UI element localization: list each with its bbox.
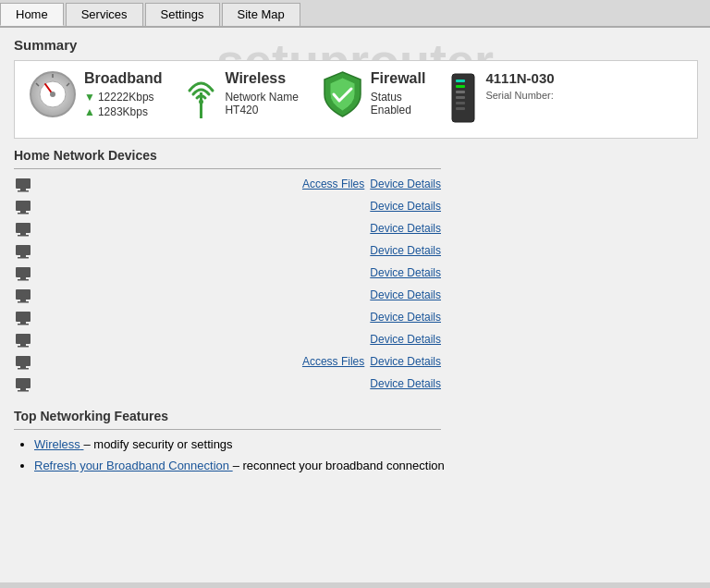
firewall-panel: Firewall Status Enabled <box>322 70 426 121</box>
broadband-info: Broadband ▼ 12222Kbps ▲ 1283Kbps <box>84 70 162 118</box>
tab-settings[interactable]: Settings <box>145 3 220 26</box>
device-pc-icon <box>14 308 32 326</box>
device-details-link-0[interactable]: Device Details <box>370 178 441 190</box>
svg-rect-40 <box>16 378 31 388</box>
wireless-info: Wireless Network Name HT420 <box>225 70 298 116</box>
access-files-link-8[interactable]: Access Files <box>302 355 364 368</box>
top-features-title: Top Networking Features <box>14 409 696 423</box>
svg-rect-13 <box>16 178 31 189</box>
firewall-status-label: Status <box>371 91 426 104</box>
router-panel: 4111N-030 Serial Number: <box>448 70 554 129</box>
svg-rect-24 <box>18 257 29 259</box>
svg-rect-38 <box>20 366 26 368</box>
upload-arrow-icon: ▲ <box>84 105 95 118</box>
svg-rect-31 <box>16 312 31 322</box>
svg-rect-41 <box>20 388 26 390</box>
device-details-link-2[interactable]: Device Details <box>370 222 441 235</box>
svg-rect-7 <box>456 80 465 82</box>
network-name-label: Network Name <box>225 91 298 104</box>
device-row: Device Details <box>14 262 441 284</box>
shield-icon <box>322 70 363 121</box>
device-pc-icon <box>14 330 32 349</box>
firewall-status-value: Enabled <box>371 104 426 116</box>
content-area: setuprouter Summary <box>0 28 710 582</box>
svg-rect-21 <box>18 235 29 237</box>
wireless-feature-link[interactable]: Wireless <box>34 437 83 451</box>
device-details-link-1[interactable]: Device Details <box>370 200 441 213</box>
summary-box: Broadband ▼ 12222Kbps ▲ 1283Kbps <box>14 60 698 139</box>
top-features-divider <box>14 429 441 430</box>
svg-rect-32 <box>20 322 26 324</box>
svg-rect-30 <box>18 301 29 303</box>
svg-rect-22 <box>16 245 31 255</box>
firewall-title: Firewall <box>371 70 426 87</box>
svg-rect-23 <box>20 255 26 257</box>
network-name-value: HT420 <box>225 104 298 116</box>
svg-rect-27 <box>18 279 29 281</box>
device-row: Device Details <box>14 284 441 306</box>
feature-item-0: Wireless – modify security or settings <box>34 437 696 451</box>
refresh-broadband-description: – reconnect your broadband connection <box>233 459 445 472</box>
firewall-info: Firewall Status Enabled <box>371 70 426 116</box>
svg-rect-29 <box>20 300 26 301</box>
wireless-title: Wireless <box>225 70 298 87</box>
device-row: Access Files Device Details <box>14 173 441 195</box>
svg-rect-12 <box>456 107 465 110</box>
device-details-link-3[interactable]: Device Details <box>370 244 441 257</box>
device-pc-icon <box>14 219 32 238</box>
svg-rect-36 <box>18 346 29 348</box>
access-files-link-0[interactable]: Access Files <box>302 178 364 190</box>
router-model: 4111N-030 <box>485 70 554 86</box>
device-pc-icon <box>14 286 32 304</box>
device-pc-icon <box>14 352 32 371</box>
broadband-panel: Broadband ▼ 12222Kbps ▲ 1283Kbps <box>29 70 162 118</box>
svg-point-5 <box>199 100 203 104</box>
device-pc-icon <box>14 241 32 260</box>
router-svg <box>448 70 478 126</box>
shield-svg <box>322 70 363 118</box>
svg-rect-15 <box>18 190 29 192</box>
broadband-title: Broadband <box>84 70 162 87</box>
summary-title: Summary <box>14 37 696 53</box>
device-details-link-9[interactable]: Device Details <box>370 377 441 390</box>
router-info: 4111N-030 Serial Number: <box>485 70 554 101</box>
device-pc-icon <box>14 197 32 215</box>
wifi-svg <box>185 74 217 120</box>
tab-home[interactable]: Home <box>0 3 64 26</box>
device-details-link-7[interactable]: Device Details <box>370 333 441 346</box>
device-details-link-4[interactable]: Device Details <box>370 266 441 279</box>
features-list: Wireless – modify security or settings R… <box>14 437 696 472</box>
svg-rect-26 <box>20 277 26 279</box>
device-row: Device Details <box>14 306 441 328</box>
nav-tabs: Home Services Settings Site Map <box>0 0 710 28</box>
tab-sitemap[interactable]: Site Map <box>222 3 300 26</box>
speedometer-svg <box>29 70 77 118</box>
device-pc-icon <box>14 374 32 393</box>
svg-rect-20 <box>20 233 26 235</box>
wifi-icon <box>185 70 217 123</box>
svg-rect-35 <box>20 344 26 346</box>
speedometer-icon <box>29 70 77 118</box>
device-details-link-6[interactable]: Device Details <box>370 311 441 324</box>
svg-rect-42 <box>18 390 29 392</box>
home-network-section: Home Network Devices Access Files Device… <box>14 148 696 395</box>
device-row: Device Details <box>14 373 441 395</box>
tab-services[interactable]: Services <box>66 3 143 26</box>
refresh-broadband-link[interactable]: Refresh your Broadband Connection <box>34 459 233 472</box>
device-details-link-8[interactable]: Device Details <box>370 355 441 368</box>
device-row: Device Details <box>14 217 441 239</box>
device-row: Device Details <box>14 239 441 262</box>
wireless-feature-description: – modify security or settings <box>83 437 232 451</box>
svg-rect-8 <box>456 85 465 88</box>
svg-rect-28 <box>16 289 31 300</box>
svg-rect-16 <box>16 201 31 211</box>
device-details-link-5[interactable]: Device Details <box>370 288 441 301</box>
download-arrow-icon: ▼ <box>84 91 95 104</box>
svg-rect-11 <box>456 102 465 104</box>
device-row: Device Details <box>14 195 441 217</box>
svg-rect-19 <box>16 223 31 233</box>
svg-rect-9 <box>456 91 465 93</box>
upload-speed: ▲ 1283Kbps <box>84 105 162 118</box>
svg-point-3 <box>50 92 55 97</box>
svg-rect-18 <box>18 213 29 214</box>
